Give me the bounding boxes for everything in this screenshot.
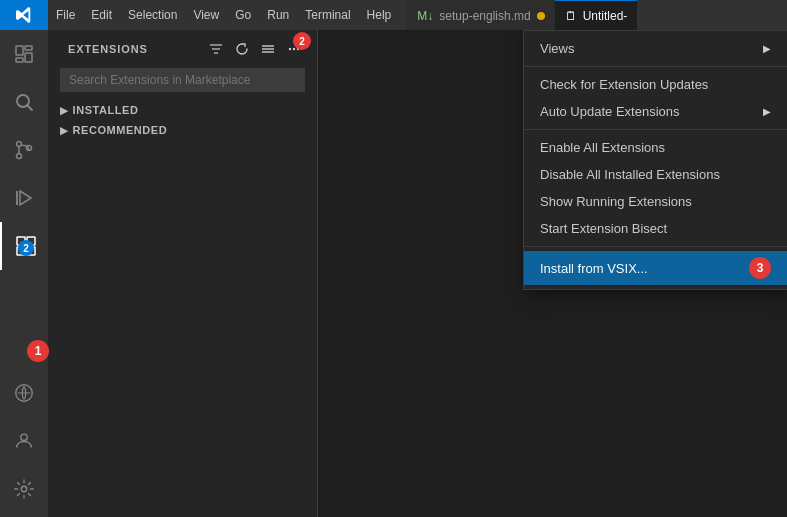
arrow-icon: ▶: [763, 106, 771, 117]
context-menu: Views ▶ Check for Extension Updates Auto…: [523, 30, 787, 290]
arrow-icon: ▶: [763, 43, 771, 54]
installed-section-header[interactable]: ▶ INSTALLED: [48, 100, 317, 120]
menu-item-views-label: Views: [540, 41, 574, 56]
search-box[interactable]: [60, 68, 305, 92]
menu-item-enable-all[interactable]: Enable All Extensions: [524, 134, 787, 161]
search-input[interactable]: [60, 68, 305, 92]
activity-explorer[interactable]: [0, 30, 48, 78]
menu-section-update: Check for Extension Updates Auto Update …: [524, 67, 787, 130]
recommended-section-header[interactable]: ▶ RECOMMENDED: [48, 120, 317, 140]
unsaved-dot: [537, 12, 545, 20]
menu-help[interactable]: Help: [359, 0, 400, 30]
svg-point-6: [17, 142, 22, 147]
activity-settings[interactable]: [0, 465, 48, 513]
svg-point-15: [21, 434, 27, 440]
menu-item-bisect[interactable]: Start Extension Bisect: [524, 215, 787, 242]
views-more-button[interactable]: [257, 38, 279, 60]
menu-item-check-updates[interactable]: Check for Extension Updates: [524, 71, 787, 98]
more-actions-badge: 2: [293, 32, 311, 50]
svg-rect-1: [25, 46, 32, 50]
menu-terminal[interactable]: Terminal: [297, 0, 358, 30]
refresh-button[interactable]: [231, 38, 253, 60]
activity-bar: 2: [0, 30, 48, 517]
tab-untitled[interactable]: 🗒 Untitled-: [555, 0, 638, 30]
menu-item-show-running-label: Show Running Extensions: [540, 194, 692, 209]
svg-rect-2: [25, 53, 32, 62]
menu-item-install-vsix[interactable]: Install from VSIX... 3: [524, 251, 787, 285]
app-logo: [0, 0, 48, 30]
activity-source-control[interactable]: [0, 126, 48, 174]
activity-extensions[interactable]: 2: [0, 222, 48, 270]
svg-point-24: [293, 48, 295, 50]
main-layout: 2: [0, 30, 787, 517]
recommended-label: RECOMMENDED: [73, 124, 168, 136]
titlebar: File Edit Selection View Go Run Terminal…: [0, 0, 787, 30]
sidebar-header: EXTENSIONS: [48, 30, 317, 64]
menu-item-check-updates-label: Check for Extension Updates: [540, 77, 708, 92]
menu-bar: File Edit Selection View Go Run Terminal…: [48, 0, 399, 30]
menu-section-manage: Enable All Extensions Disable All Instal…: [524, 130, 787, 247]
filter-extensions-button[interactable]: [205, 38, 227, 60]
activity-search[interactable]: [0, 78, 48, 126]
tab-icon: 🗒: [565, 9, 577, 23]
sidebar-title: EXTENSIONS: [68, 43, 148, 55]
menu-file[interactable]: File: [48, 0, 83, 30]
menu-item-views[interactable]: Views ▶: [524, 35, 787, 62]
step3-badge: 3: [749, 257, 771, 279]
more-actions-button[interactable]: 2: [283, 38, 305, 60]
sidebar: EXTENSIONS: [48, 30, 318, 517]
menu-item-bisect-label: Start Extension Bisect: [540, 221, 667, 236]
chevron-right-icon: ▶: [60, 105, 69, 116]
extensions-badge: 2: [18, 240, 34, 256]
menu-item-disable-all-label: Disable All Installed Extensions: [540, 167, 720, 182]
installed-label: INSTALLED: [73, 104, 139, 116]
menu-item-show-running[interactable]: Show Running Extensions: [524, 188, 787, 215]
content-area: Views ▶ Check for Extension Updates Auto…: [318, 30, 787, 517]
menu-view[interactable]: View: [185, 0, 227, 30]
menu-edit[interactable]: Edit: [83, 0, 120, 30]
menu-item-enable-all-label: Enable All Extensions: [540, 140, 665, 155]
tab-icon: M↓: [417, 9, 433, 23]
tab-label: Untitled-: [583, 9, 628, 23]
tab-label: setup-english.md: [439, 9, 530, 23]
activity-accounts[interactable]: [0, 417, 48, 465]
chevron-right-icon: ▶: [60, 125, 69, 136]
svg-marker-9: [20, 191, 31, 205]
svg-point-16: [21, 486, 27, 492]
activity-run[interactable]: [0, 174, 48, 222]
tab-bar: M↓ setup-english.md 🗒 Untitled-: [407, 0, 787, 30]
menu-run[interactable]: Run: [259, 0, 297, 30]
activity-remote[interactable]: [0, 369, 48, 417]
sidebar-actions: 2: [205, 38, 305, 60]
menu-item-disable-all[interactable]: Disable All Installed Extensions: [524, 161, 787, 188]
menu-item-auto-update-label: Auto Update Extensions: [540, 104, 679, 119]
menu-item-install-vsix-label: Install from VSIX...: [540, 261, 648, 276]
svg-rect-0: [16, 46, 23, 55]
menu-go[interactable]: Go: [227, 0, 259, 30]
svg-line-5: [28, 106, 33, 111]
tab-setup[interactable]: M↓ setup-english.md: [407, 0, 554, 30]
svg-point-23: [289, 48, 291, 50]
menu-selection[interactable]: Selection: [120, 0, 185, 30]
menu-item-auto-update[interactable]: Auto Update Extensions ▶: [524, 98, 787, 125]
menu-section-views: Views ▶: [524, 31, 787, 67]
svg-point-7: [17, 154, 22, 159]
svg-rect-3: [16, 58, 23, 62]
menu-section-install: Install from VSIX... 3: [524, 247, 787, 289]
